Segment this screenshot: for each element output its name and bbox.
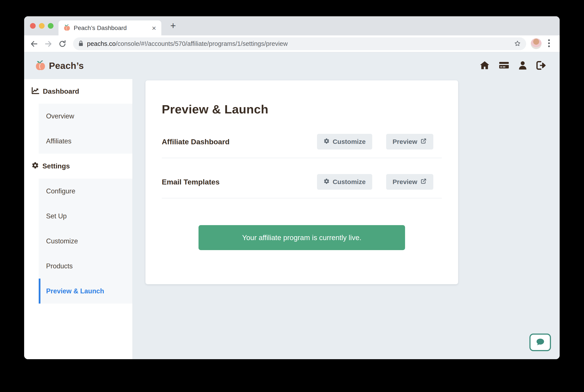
url-domain: peachs.co: [87, 40, 116, 47]
external-link-icon: [420, 138, 427, 146]
row-divider: [162, 158, 442, 158]
sidebar-item-products[interactable]: Products: [39, 254, 132, 278]
row-label: Email Templates: [162, 178, 317, 186]
tab-title: Peach’s Dashboard: [74, 24, 148, 32]
dashboard-submenu: Overview Affiliates: [39, 104, 132, 154]
sidebar-item-label: Affiliates: [46, 137, 72, 145]
browser-menu-icon[interactable]: [548, 39, 550, 47]
brand[interactable]: Peach’s: [36, 52, 84, 79]
reload-icon[interactable]: [58, 40, 67, 48]
browser-toolbar: peachs.co/console/#!/accounts/570/affili…: [24, 36, 560, 52]
window-controls: [30, 23, 54, 29]
button-label: Preview: [393, 138, 417, 145]
button-label: Customize: [333, 138, 366, 145]
tab-close-icon[interactable]: ×: [152, 24, 156, 32]
gear-icon: [324, 178, 330, 186]
customize-affiliate-dashboard-button[interactable]: Customize: [317, 134, 372, 150]
peach-logo-icon: [36, 60, 46, 72]
external-link-icon: [420, 178, 427, 186]
sidebar-item-label: Set Up: [46, 212, 67, 220]
app-content: Peach’s: [24, 52, 560, 359]
sidebar-section-label: Settings: [43, 162, 70, 170]
page-title: Preview & Launch: [162, 102, 442, 116]
forward-icon[interactable]: [44, 40, 53, 48]
favicon-peach-icon: [64, 24, 70, 32]
browser-profile-avatar[interactable]: [531, 38, 541, 49]
sidebar-section-dashboard[interactable]: Dashboard: [24, 79, 132, 104]
back-icon[interactable]: [30, 40, 38, 48]
sidebar-item-label: Customize: [46, 237, 78, 245]
preview-launch-card: Preview & Launch Affiliate Dashboard Cus…: [146, 80, 458, 284]
user-icon[interactable]: [518, 61, 527, 71]
sidebar-item-configure[interactable]: Configure: [39, 178, 132, 204]
chart-line-icon: [32, 87, 39, 96]
affiliate-dashboard-row: Affiliate Dashboard Customize Preview: [162, 134, 442, 150]
close-window-button[interactable]: [30, 23, 36, 29]
app-header: Peach’s: [24, 52, 560, 79]
sign-out-icon[interactable]: [536, 61, 546, 71]
email-templates-row: Email Templates Customize Preview: [162, 174, 442, 190]
sidebar-section-label: Dashboard: [43, 87, 79, 96]
minimize-window-button[interactable]: [39, 23, 45, 29]
sidebar-item-set-up[interactable]: Set Up: [39, 204, 132, 228]
sidebar-item-label: Overview: [46, 112, 74, 120]
sidebar-item-label: Products: [46, 262, 73, 270]
gear-icon: [324, 138, 330, 146]
gear-icon: [32, 162, 39, 171]
button-label: Customize: [333, 178, 366, 186]
address-bar[interactable]: peachs.co/console/#!/accounts/570/affili…: [73, 37, 526, 50]
row-divider: [162, 198, 442, 198]
sidebar-section-settings[interactable]: Settings: [24, 154, 132, 178]
banner-text: Your affiliate program is currently live…: [242, 234, 361, 242]
sidebar: Dashboard Overview Affiliates Settings: [24, 79, 133, 359]
url-text: peachs.co/console/#!/accounts/570/affili…: [87, 40, 288, 47]
preview-affiliate-dashboard-button[interactable]: Preview: [386, 134, 433, 150]
tab-strip: Peach’s Dashboard × +: [24, 16, 560, 36]
url-path: /console/#!/accounts/570/affiliate/progr…: [116, 40, 288, 47]
browser-tab[interactable]: Peach’s Dashboard ×: [59, 20, 161, 36]
chat-launcher-button[interactable]: [529, 334, 551, 351]
new-tab-button[interactable]: +: [167, 19, 180, 32]
button-label: Preview: [393, 178, 417, 186]
preview-email-templates-button[interactable]: Preview: [386, 174, 433, 190]
settings-submenu: Configure Set Up Customize Products Prev…: [39, 178, 132, 304]
sidebar-item-customize[interactable]: Customize: [39, 228, 132, 254]
bookmark-star-icon[interactable]: [514, 40, 521, 48]
sidebar-item-overview[interactable]: Overview: [39, 104, 132, 129]
browser-window: Peach’s Dashboard × + peachs.co/console/…: [24, 16, 560, 359]
sidebar-item-label: Preview & Launch: [46, 287, 104, 295]
brand-name: Peach’s: [49, 61, 84, 71]
main-area: Preview & Launch Affiliate Dashboard Cus…: [133, 79, 560, 359]
program-live-banner: Your affiliate program is currently live…: [199, 225, 405, 250]
sidebar-item-label: Configure: [46, 187, 75, 195]
lock-icon: [78, 40, 84, 47]
home-icon[interactable]: [480, 61, 490, 71]
sidebar-item-preview-launch[interactable]: Preview & Launch: [39, 278, 132, 304]
sidebar-item-affiliates[interactable]: Affiliates: [39, 129, 132, 154]
chat-bubble-icon: [535, 338, 545, 347]
zoom-window-button[interactable]: [48, 23, 54, 29]
row-label: Affiliate Dashboard: [162, 138, 317, 146]
credit-card-icon[interactable]: [499, 61, 509, 70]
customize-email-templates-button[interactable]: Customize: [317, 174, 372, 190]
